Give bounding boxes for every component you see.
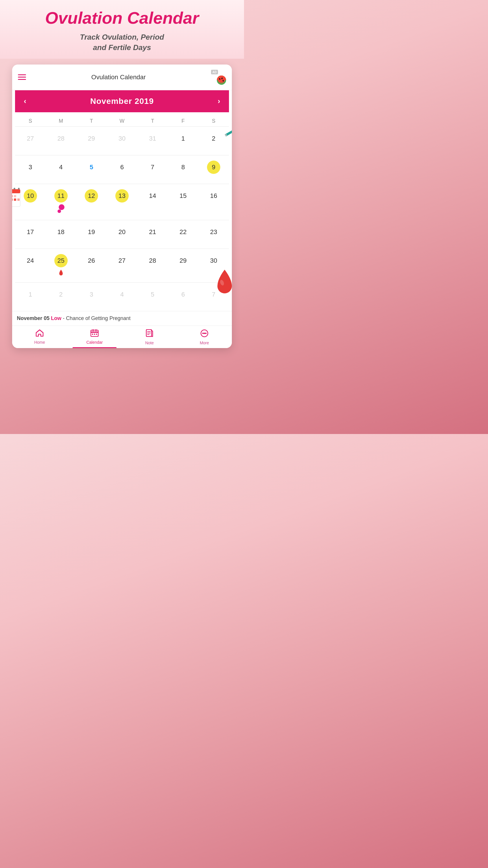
svg-rect-29 (91, 332, 98, 333)
calendar-day-2[interactable]: 2 (198, 131, 229, 151)
nav-home-label: Home (34, 340, 45, 345)
day-header-fri: F (168, 116, 198, 126)
blood-drop-small-icon (58, 269, 64, 277)
day-headers: S M T W T F S (15, 116, 229, 126)
nav-home[interactable]: Home (12, 326, 67, 348)
calendar-week-4: 17 18 19 20 21 22 23 (15, 220, 229, 249)
calendar-day-28-prev[interactable]: 28 (46, 131, 76, 151)
next-month-button[interactable]: › (218, 97, 220, 105)
calendar-day-5[interactable]: 5 (76, 159, 107, 180)
svg-point-3 (218, 77, 225, 84)
header-banner: Ovulation Calendar Track Ovulation, Peri… (0, 0, 244, 59)
calendar-day-6[interactable]: 6 (107, 159, 137, 180)
calendar-day-26[interactable]: 26 (76, 253, 107, 273)
calendar-day-17[interactable]: 17 (15, 224, 46, 245)
calendar-day-27-prev[interactable]: 27 (15, 131, 46, 151)
day-header-sun: S (15, 116, 46, 126)
calendar-day-27[interactable]: 27 (107, 253, 137, 273)
app-title: Ovulation Calendar (6, 9, 238, 27)
status-date: November 05 (17, 315, 50, 321)
calendar-day-16[interactable]: 16 (198, 188, 229, 208)
svg-rect-22 (12, 198, 13, 201)
calendar-day-23[interactable]: 23 (198, 224, 229, 245)
nav-note-label: Note (145, 341, 154, 345)
svg-rect-32 (92, 334, 93, 335)
day-header-mon: M (46, 116, 76, 126)
svg-rect-28 (91, 330, 98, 337)
menu-button[interactable] (18, 74, 26, 80)
ovulation-indicator (57, 204, 65, 215)
calendar-day-1-next[interactable]: 1 (15, 287, 46, 307)
calendar-week-6: 1 2 3 4 5 6 7 (15, 282, 229, 311)
calendar-container: ‹ November 2019 › S M T W T F S 27 28 29 (12, 90, 232, 311)
app-header: Ovulation Calendar AD (12, 64, 232, 90)
home-icon (36, 329, 44, 339)
nav-note[interactable]: Note (122, 326, 177, 348)
calendar-day-2-next[interactable]: 2 (46, 287, 76, 307)
calendar-icon (91, 329, 99, 339)
svg-rect-18 (12, 195, 13, 197)
calendar-day-20[interactable]: 20 (107, 224, 137, 245)
calendar-day-8[interactable]: 8 (168, 159, 198, 180)
blood-drop-large-icon (215, 268, 232, 297)
calendar-day-29-prev[interactable]: 29 (76, 131, 107, 151)
calendar-day-12[interactable]: 12 (76, 188, 107, 208)
calendar-day-5-next[interactable]: 5 (137, 287, 168, 307)
svg-point-25 (59, 204, 64, 210)
calendar-day-30-prev[interactable]: 30 (107, 131, 137, 151)
calendar-day-31-prev[interactable]: 31 (137, 131, 168, 151)
watermelon-icon: AD (211, 70, 226, 85)
calendar-day-13[interactable]: 13 (107, 188, 137, 208)
calendar-day-29[interactable]: 29 (168, 253, 198, 273)
calendar-day-24[interactable]: 24 (15, 253, 46, 273)
status-bar: November 05 Low - Chance of Getting Preg… (12, 311, 232, 326)
app-subtitle: Track Ovulation, Periodand Fertile Days (6, 32, 238, 53)
month-nav: ‹ November 2019 › (15, 90, 229, 112)
svg-point-42 (205, 333, 206, 334)
calendar-day-14[interactable]: 14 (137, 188, 168, 208)
calendar-week-2: 3 4 5 6 7 8 9 (15, 155, 229, 184)
svg-point-26 (58, 210, 61, 213)
calendar-day-9[interactable]: 9 (198, 159, 229, 180)
calendar-day-7[interactable]: 7 (137, 159, 168, 180)
status-text: - Chance of Getting Pregnant (63, 315, 130, 321)
nav-calendar[interactable]: Calendar (67, 326, 122, 348)
svg-rect-33 (94, 334, 95, 335)
month-title: November 2019 (90, 97, 154, 106)
calendar-day-18[interactable]: 18 (46, 224, 76, 245)
more-icon (200, 329, 208, 339)
pencil-icon (224, 126, 232, 139)
calendar-day-1[interactable]: 1 (168, 131, 198, 151)
prev-month-button[interactable]: ‹ (24, 97, 26, 105)
calendar-day-19[interactable]: 19 (76, 224, 107, 245)
calendar-week-1: 27 28 29 30 31 1 2 (15, 126, 229, 155)
calendar-day-11[interactable]: 11 (46, 188, 76, 216)
svg-rect-34 (96, 334, 97, 335)
calendar-day-25[interactable]: 25 (46, 253, 76, 278)
svg-point-41 (203, 333, 205, 334)
svg-text:AD: AD (213, 71, 217, 74)
nav-more[interactable]: More (177, 326, 232, 348)
svg-point-40 (202, 333, 203, 334)
day-header-wed: W (107, 116, 137, 126)
calendar-day-4[interactable]: 4 (46, 159, 76, 180)
calendar-day-15[interactable]: 15 (168, 188, 198, 208)
app-card: Ovulation Calendar AD ‹ (12, 64, 232, 348)
nav-calendar-label: Calendar (87, 340, 103, 345)
app-header-title: Ovulation Calendar (91, 73, 146, 81)
calendar-day-28[interactable]: 28 (137, 253, 168, 273)
day-header-tue: T (76, 116, 107, 126)
day-header-sat: S (198, 116, 229, 126)
calendar-day-3[interactable]: 3 (15, 159, 46, 180)
calendar-day-10[interactable]: 10 (15, 188, 46, 208)
note-icon (146, 329, 153, 339)
calendar-day-3-next[interactable]: 3 (76, 287, 107, 307)
status-level: Low (51, 315, 61, 321)
calendar-day-21[interactable]: 21 (137, 224, 168, 245)
calendar-day-22[interactable]: 22 (168, 224, 198, 245)
calendar-week-3: 10 11 12 13 14 (15, 184, 229, 220)
bottom-nav: Home Calendar (12, 326, 232, 348)
calendar-day-6-next[interactable]: 6 (168, 287, 198, 307)
nav-more-label: More (200, 341, 209, 345)
calendar-day-4-next[interactable]: 4 (107, 287, 137, 307)
